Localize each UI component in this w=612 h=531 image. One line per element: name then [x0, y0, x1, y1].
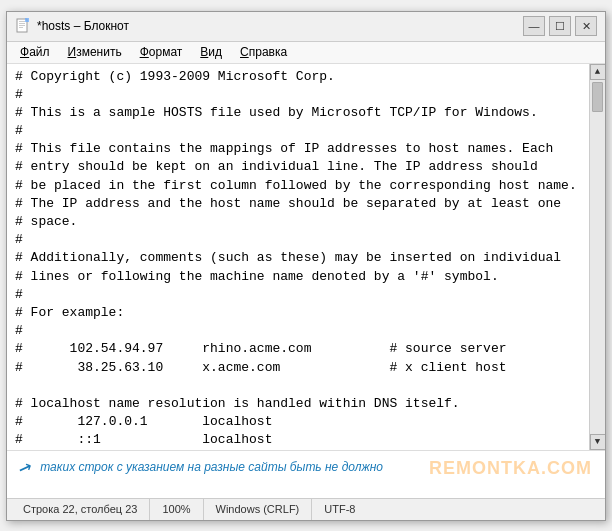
status-line-ending: Windows (CRLF): [204, 499, 313, 520]
title-bar-left: *hosts – Блокнот: [15, 18, 129, 34]
editor-area: # Copyright (c) 1993-2009 Microsoft Corp…: [7, 64, 605, 450]
status-encoding: UTF-8: [312, 499, 367, 520]
window-controls: — ☐ ✕: [523, 16, 597, 36]
vertical-scrollbar[interactable]: ▲ ▼: [589, 64, 605, 450]
status-zoom: 100%: [150, 499, 203, 520]
scroll-thumb[interactable]: [592, 82, 603, 112]
menu-file[interactable]: Файл: [11, 43, 59, 61]
menu-help[interactable]: Справка: [231, 43, 296, 61]
text-editor[interactable]: # Copyright (c) 1993-2009 Microsoft Corp…: [7, 64, 589, 450]
menu-edit[interactable]: Изменить: [59, 43, 131, 61]
status-bar: Строка 22, столбец 23 100% Windows (CRLF…: [7, 498, 605, 520]
menu-format[interactable]: Формат: [131, 43, 192, 61]
notepad-window: *hosts – Блокнот — ☐ ✕ Файл Изменить Фор…: [6, 11, 606, 521]
notepad-icon: [15, 18, 31, 34]
title-bar: *hosts – Блокнот — ☐ ✕: [7, 12, 605, 42]
annotation-arrow-icon: ↗: [15, 451, 37, 481]
menu-view[interactable]: Вид: [191, 43, 231, 61]
menu-bar: Файл Изменить Формат Вид Справка: [7, 42, 605, 64]
status-row-col: Строка 22, столбец 23: [11, 499, 150, 520]
window-title: *hosts – Блокнот: [37, 19, 129, 33]
scroll-up-arrow[interactable]: ▲: [590, 64, 606, 80]
svg-rect-1: [19, 21, 25, 22]
svg-rect-4: [19, 27, 23, 28]
annotation-text: таких строк с указанием на разные сайты …: [40, 455, 593, 476]
scroll-down-arrow[interactable]: ▼: [590, 434, 606, 450]
scroll-track[interactable]: [590, 80, 605, 434]
svg-rect-2: [19, 23, 25, 24]
annotation-area: ↗ таких строк с указанием на разные сайт…: [7, 450, 605, 498]
maximize-button[interactable]: ☐: [549, 16, 571, 36]
close-button[interactable]: ✕: [575, 16, 597, 36]
svg-rect-3: [19, 25, 25, 26]
svg-rect-5: [25, 18, 29, 22]
minimize-button[interactable]: —: [523, 16, 545, 36]
